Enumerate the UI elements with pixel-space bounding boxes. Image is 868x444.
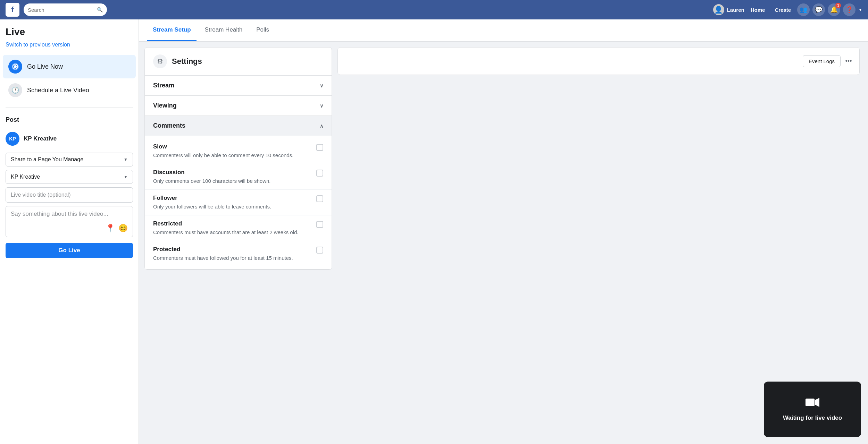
protected-option: Protected Commenters must have followed … (145, 241, 332, 266)
follower-option: Follower Only your followers will be abl… (145, 190, 332, 215)
friends-icon: 👥 (800, 6, 807, 14)
go-live-button[interactable]: Go Live (6, 243, 133, 258)
description-placeholder: Say something about this live video... (11, 211, 128, 221)
restricted-option-name: Restricted (153, 220, 312, 227)
viewing-chevron-icon: ∨ (320, 103, 323, 109)
nav-dropdown-chevron[interactable]: ▼ (858, 7, 862, 12)
follower-option-name: Follower (153, 195, 312, 202)
avatar: 👤 (713, 4, 724, 15)
description-textarea[interactable]: Say something about this live video... 📍… (6, 206, 133, 237)
schedule-icon: 🕐 (8, 83, 22, 97)
page-select-dropdown[interactable]: KP Kreative ▼ (6, 170, 133, 184)
more-options-button[interactable]: ••• (843, 56, 854, 66)
post-section-label: Post (0, 113, 139, 129)
comments-section-body: Slow Commenters will only be able to com… (145, 136, 332, 269)
settings-section-viewing: Viewing ∨ (145, 96, 332, 116)
friends-icon-btn[interactable]: 👥 (797, 3, 810, 16)
settings-section-stream: Stream ∨ (145, 76, 332, 96)
help-icon-btn[interactable]: ❓ (843, 3, 856, 16)
search-icon: 🔍 (97, 7, 103, 12)
sidebar-item-go-live-now[interactable]: Go Live Now (3, 55, 136, 78)
page-select-label: KP Kreative (11, 174, 40, 180)
right-panel: Event Logs ••• (337, 47, 862, 438)
more-options-icon: ••• (845, 58, 852, 65)
follower-option-info: Follower Only your followers will be abl… (153, 195, 312, 210)
sidebar-item-label-go-live: Go Live Now (27, 63, 63, 70)
video-title-input[interactable]: Live video title (optional) (6, 187, 133, 203)
follower-checkbox[interactable] (316, 195, 323, 202)
discussion-option-desc: Only comments over 100 characters will b… (153, 177, 312, 185)
tab-polls[interactable]: Polls (251, 19, 275, 41)
tabs-bar: Stream Setup Stream Health Polls (139, 19, 868, 42)
share-to-page-label: Share to a Page You Manage (11, 156, 83, 163)
settings-section-comments: Comments ∧ Slow Commenters will only be … (145, 116, 332, 270)
emoji-icon[interactable]: 😊 (118, 224, 128, 233)
sidebar: Live Switch to previous version Go Live … (0, 19, 139, 444)
sidebar-item-schedule[interactable]: 🕐 Schedule a Live Video (3, 78, 136, 102)
comments-section-label: Comments (153, 122, 185, 129)
settings-title: Settings (172, 57, 202, 66)
facebook-logo[interactable]: f (6, 3, 19, 17)
slow-checkbox[interactable] (316, 144, 323, 151)
stream-section-header[interactable]: Stream ∨ (145, 76, 332, 95)
restricted-checkbox[interactable] (316, 221, 323, 228)
notifications-icon-btn[interactable]: 🔔 1 (828, 3, 840, 16)
search-bar[interactable]: 🔍 (24, 3, 107, 16)
protected-checkbox[interactable] (316, 247, 323, 254)
content-area: ⚙ Settings Stream ∨ Viewing ∨ (139, 42, 868, 444)
video-title-placeholder: Live video title (optional) (11, 192, 71, 198)
home-link[interactable]: Home (747, 5, 769, 15)
viewing-section-header[interactable]: Viewing ∨ (145, 96, 332, 116)
create-link[interactable]: Create (771, 5, 794, 15)
waiting-video-text: Waiting for live video (783, 415, 842, 421)
notification-badge: 1 (835, 3, 841, 8)
navbar: f 🔍 👤 Lauren Home Create 👥 💬 🔔 1 ❓ ▼ (0, 0, 868, 19)
switch-version-link[interactable]: Switch to previous version (0, 42, 139, 55)
location-icon[interactable]: 📍 (106, 224, 115, 233)
follower-option-desc: Only your followers will be able to leav… (153, 203, 312, 210)
navbar-right: 👤 Lauren Home Create 👥 💬 🔔 1 ❓ ▼ (713, 3, 862, 16)
page-title: Live (0, 26, 139, 42)
stream-chevron-icon: ∨ (320, 83, 323, 88)
tab-stream-setup[interactable]: Stream Setup (147, 19, 197, 41)
event-logs-bar: Event Logs ••• (337, 47, 860, 75)
event-logs-button[interactable]: Event Logs (803, 55, 841, 67)
share-to-page-dropdown[interactable]: Share to a Page You Manage ▼ (6, 153, 133, 166)
viewing-section-label: Viewing (153, 102, 177, 109)
svg-rect-3 (806, 399, 815, 406)
post-user[interactable]: KP KP Kreative (0, 129, 139, 153)
comments-section-header[interactable]: Comments ∧ (145, 116, 332, 136)
user-name: Lauren (727, 7, 744, 13)
messenger-icon-btn[interactable]: 💬 (812, 3, 825, 16)
restricted-option-info: Restricted Commenters must have accounts… (153, 220, 312, 236)
settings-header: ⚙ Settings (145, 48, 332, 76)
tab-stream-health[interactable]: Stream Health (199, 19, 248, 41)
textarea-icons: 📍 😊 (11, 224, 128, 233)
stream-section-label: Stream (153, 82, 174, 89)
app-container: Live Switch to previous version Go Live … (0, 19, 868, 444)
help-icon: ❓ (845, 6, 853, 14)
main-content: Stream Setup Stream Health Polls ⚙ Setti… (139, 19, 868, 444)
nav-user[interactable]: 👤 Lauren (713, 4, 744, 15)
gear-icon: ⚙ (153, 54, 167, 68)
protected-option-info: Protected Commenters must have followed … (153, 246, 312, 262)
slow-option: Slow Commenters will only be able to com… (145, 138, 332, 164)
protected-option-name: Protected (153, 246, 312, 253)
post-user-name: KP Kreative (24, 135, 57, 142)
protected-option-desc: Commenters must have followed you for at… (153, 254, 312, 262)
restricted-option-desc: Commenters must have accounts that are a… (153, 229, 312, 236)
go-live-icon (8, 60, 22, 74)
svg-point-0 (14, 65, 17, 68)
search-input[interactable] (28, 7, 95, 13)
sidebar-item-label-schedule: Schedule a Live Video (27, 87, 89, 94)
page-dropdown-chevron-icon: ▼ (124, 174, 128, 179)
settings-panel: ⚙ Settings Stream ∨ Viewing ∨ (144, 47, 332, 270)
post-user-avatar: KP (6, 132, 19, 146)
comments-chevron-icon: ∧ (320, 123, 323, 129)
discussion-checkbox[interactable] (316, 170, 323, 177)
svg-marker-4 (815, 398, 819, 407)
slow-option-desc: Commenters will only be able to comment … (153, 152, 312, 159)
video-camera-icon (806, 397, 819, 410)
waiting-video-panel: Waiting for live video (764, 382, 861, 437)
messenger-icon: 💬 (815, 6, 823, 14)
